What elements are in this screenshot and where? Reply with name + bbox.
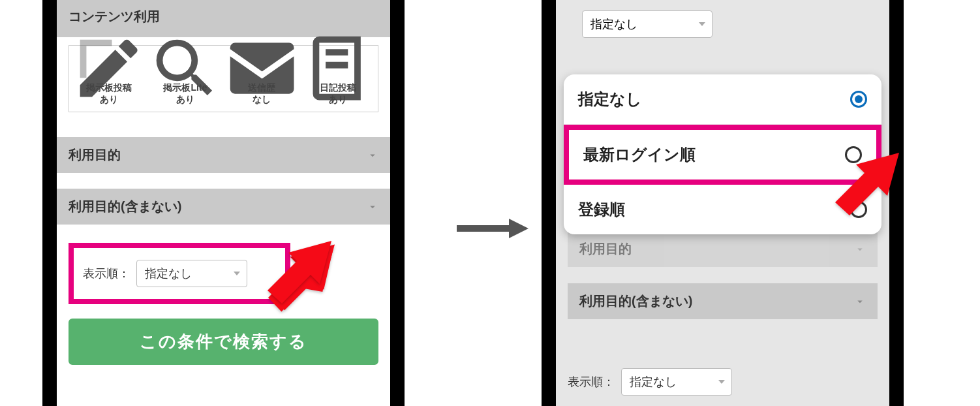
screen-left: コンテンツ利用 掲示板投稿 あり 掲示板Lite あり 送信歴 なし [57,0,390,406]
option-label: 最新ログイン順 [583,144,696,165]
red-pointer-arrow-icon [829,144,907,222]
svg-marker-5 [509,219,528,238]
caret-down-icon [234,272,240,275]
svg-marker-6 [835,153,899,215]
mail-icon [224,55,300,82]
radio-selected-icon [850,91,867,108]
display-order-select[interactable]: 指定なし [136,260,247,287]
option-label: 指定なし [578,89,642,110]
caret-down-icon [699,22,705,26]
svg-rect-4 [457,225,509,232]
section-title: 利用目的(含まない) [579,292,692,310]
content-usage-item-diary-post[interactable]: 日記投稿 あり [300,55,376,105]
search-button-label: この条件で検索する [140,332,307,351]
section-title: コンテンツ利用 [69,8,160,25]
content-usage-item-board-lite[interactable]: 掲示板Lite あり [147,55,223,105]
purpose-exclude-section[interactable]: 利用目的(含まない) [568,283,878,319]
search-icon [147,55,223,82]
book-icon [300,55,376,82]
display-order-label: 表示順： [568,374,615,390]
display-order-select[interactable]: 指定なし [621,368,732,396]
content-usage-card: 掲示板投稿 あり 掲示板Lite あり 送信歴 なし 日記投稿 あり [69,45,378,112]
top-select[interactable]: 指定なし [582,10,712,38]
select-value: 指定なし [145,267,192,280]
chevron-down-icon [854,296,866,307]
chevron-down-icon [367,149,378,161]
chevron-down-icon [854,243,866,255]
option-label: 登録順 [578,199,625,220]
phone-frame-left: コンテンツ利用 掲示板投稿 あり 掲示板Lite あり 送信歴 なし [42,0,405,406]
content-usage-item-board-post[interactable]: 掲示板投稿 あり [70,55,147,105]
purpose-exclude-section[interactable]: 利用目的(含まない) [57,189,390,225]
flow-arrow-icon [457,215,528,242]
popup-option-none[interactable]: 指定なし [564,74,881,125]
svg-marker-3 [268,241,331,304]
select-value: 指定なし [590,18,637,31]
content-usage-item-send-history[interactable]: 送信歴 なし [224,55,300,105]
caret-down-icon [718,380,725,384]
section-title: 利用目的 [579,240,632,258]
chevron-down-icon [367,201,378,213]
red-pointer-arrow-icon [261,232,339,310]
section-title: 利用目的 [69,146,121,164]
display-order-row: 表示順： 指定なし [568,368,732,396]
display-order-label: 表示順： [83,266,130,281]
select-value: 指定なし [630,375,677,388]
purpose-section[interactable]: 利用目的 [57,137,390,173]
display-order-highlight: 表示順： 指定なし [69,243,290,304]
purpose-section[interactable]: 利用目的 [568,231,878,267]
section-title: 利用目的(含まない) [69,198,181,215]
edit-icon [70,55,147,82]
search-button[interactable]: この条件で検索する [69,319,378,365]
